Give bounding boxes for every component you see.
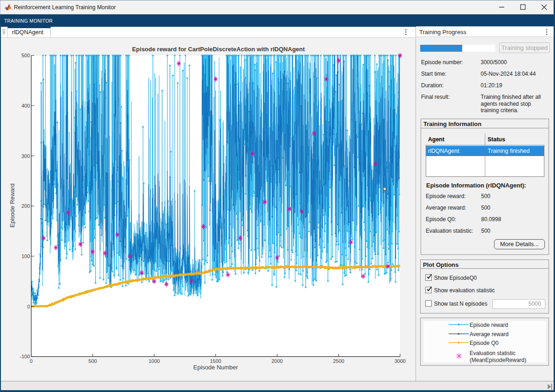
svg-text:0: 0	[27, 304, 30, 309]
svg-text:1500: 1500	[210, 358, 221, 364]
svg-text:1000: 1000	[149, 358, 160, 364]
svg-text:Episode Reward: Episode Reward	[9, 183, 16, 227]
svg-text:-100: -100	[20, 354, 30, 359]
svg-text:400: 400	[21, 103, 30, 109]
svg-text:3000: 3000	[394, 358, 405, 364]
svg-text:500: 500	[21, 53, 30, 58]
svg-text:200: 200	[21, 203, 30, 209]
svg-text:Episode reward for CartPoleDis: Episode reward for CartPoleDiscreteActio…	[132, 46, 305, 53]
svg-text:300: 300	[21, 153, 30, 159]
svg-text:500: 500	[89, 358, 97, 364]
svg-text:0: 0	[30, 358, 33, 364]
svg-text:2000: 2000	[271, 358, 283, 364]
svg-text:100: 100	[21, 253, 30, 259]
svg-text:Episode Number: Episode Number	[193, 364, 238, 371]
svg-text:2500: 2500	[333, 358, 344, 364]
